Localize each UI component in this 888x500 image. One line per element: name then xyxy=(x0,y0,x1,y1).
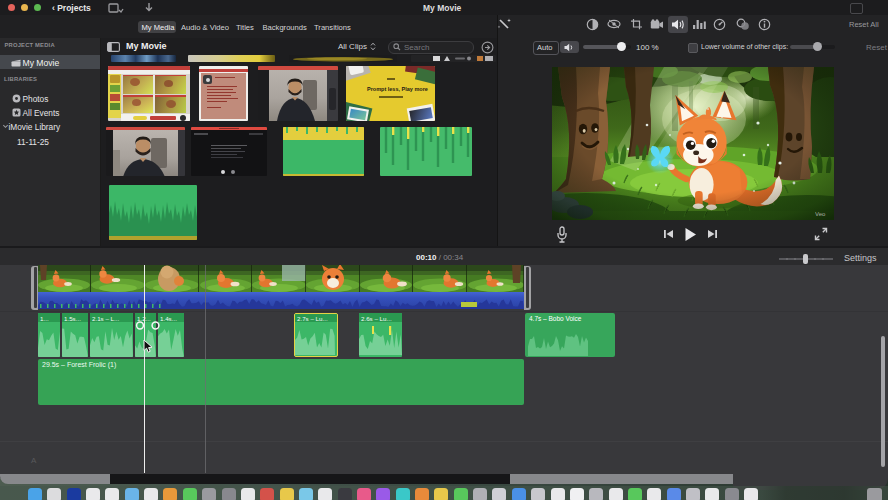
svg-text:Veo: Veo xyxy=(815,211,826,217)
